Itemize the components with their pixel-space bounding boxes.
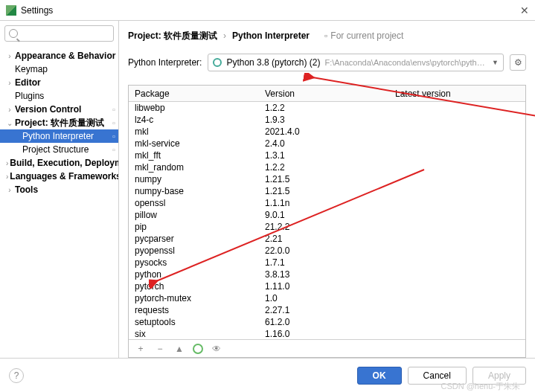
table-row[interactable]: pycparser2.21 bbox=[129, 233, 525, 245]
table-row[interactable]: requests2.27.1 bbox=[129, 304, 525, 316]
table-row[interactable]: pillow9.0.1 bbox=[129, 209, 525, 221]
cell-version: 21.2.2 bbox=[259, 221, 389, 233]
tree-project-structure[interactable]: Project Structure▫ bbox=[0, 143, 118, 156]
chevron-right-icon: › bbox=[6, 186, 13, 194]
cell-version: 2.21 bbox=[259, 233, 389, 245]
table-row[interactable]: pytorch-mutex1.0 bbox=[129, 292, 525, 304]
sidebar: ›Appearance & Behavior Keymap ›Editor Pl… bbox=[0, 21, 119, 358]
cell-package: numpy bbox=[129, 173, 259, 185]
gear-icon[interactable]: ⚙ bbox=[510, 54, 526, 71]
table-row[interactable]: six1.16.0 bbox=[129, 328, 525, 339]
settings-tree: ›Appearance & Behavior Keymap ›Editor Pl… bbox=[0, 46, 118, 358]
table-row[interactable]: lz4-c1.9.3 bbox=[129, 114, 525, 126]
table-row[interactable]: pytorch1.11.0 bbox=[129, 280, 525, 292]
package-table: Package Version Latest version libwebp1.… bbox=[128, 85, 526, 358]
cell-version: 3.8.13 bbox=[259, 269, 389, 280]
cell-package: mkl_fft bbox=[129, 150, 259, 161]
cell-latest bbox=[389, 257, 525, 269]
cell-latest bbox=[389, 280, 525, 292]
tree-editor[interactable]: ›Editor bbox=[0, 76, 118, 89]
scope-icon: ▫ bbox=[112, 132, 115, 141]
table-row[interactable]: libwebp1.2.2 bbox=[129, 102, 525, 114]
cell-latest bbox=[389, 150, 525, 161]
upgrade-button[interactable]: ▲ bbox=[173, 344, 185, 354]
table-row[interactable]: numpy-base1.21.5 bbox=[129, 185, 525, 197]
table-row[interactable]: pip21.2.2 bbox=[129, 221, 525, 233]
cell-version: 9.0.1 bbox=[259, 209, 389, 221]
cell-latest bbox=[389, 126, 525, 138]
show-early-releases-icon[interactable] bbox=[211, 344, 222, 354]
cell-latest bbox=[389, 221, 525, 233]
chevron-down-icon: ▼ bbox=[492, 59, 499, 66]
chevron-right-icon: › bbox=[6, 159, 8, 167]
table-header: Package Version Latest version bbox=[129, 86, 525, 102]
cell-latest bbox=[389, 292, 525, 304]
add-button[interactable]: + bbox=[135, 344, 147, 354]
search-input[interactable] bbox=[4, 25, 114, 42]
tree-keymap[interactable]: Keymap bbox=[0, 62, 118, 76]
cell-latest bbox=[389, 245, 525, 257]
chevron-right-icon: › bbox=[223, 30, 226, 41]
close-icon[interactable]: ✕ bbox=[520, 4, 529, 16]
col-package[interactable]: Package bbox=[129, 86, 259, 101]
cell-package: pycparser bbox=[129, 233, 259, 245]
cell-version: 1.1.1n bbox=[259, 197, 389, 209]
cell-package: mkl bbox=[129, 126, 259, 138]
content-pane: Project: 软件质量测试 › Python Interpreter ▫Fo… bbox=[119, 21, 535, 358]
table-row[interactable]: mkl_fft1.3.1 bbox=[129, 150, 525, 161]
tree-appearance[interactable]: ›Appearance & Behavior bbox=[0, 49, 118, 62]
conda-icon[interactable] bbox=[193, 344, 203, 354]
watermark: CSDN @henu-于朱朱 bbox=[441, 381, 520, 392]
cell-version: 1.0 bbox=[259, 292, 389, 304]
interpreter-path: F:\Anaconda\Anaconda\envs\pytorch\python… bbox=[324, 58, 487, 67]
table-toolbar: + − ▲ bbox=[129, 339, 525, 357]
table-row[interactable]: mkl2021.4.0 bbox=[129, 126, 525, 138]
crumb-project[interactable]: Project: 软件质量测试 bbox=[128, 30, 217, 42]
app-icon bbox=[6, 5, 16, 16]
cell-latest bbox=[389, 209, 525, 221]
table-row[interactable]: openssl1.1.1n bbox=[129, 197, 525, 209]
tree-project[interactable]: ⌄Project: 软件质量测试▫ bbox=[0, 116, 118, 129]
cell-package: setuptools bbox=[129, 316, 259, 328]
cell-latest bbox=[389, 173, 525, 185]
cell-version: 1.7.1 bbox=[259, 257, 389, 269]
tree-plugins[interactable]: Plugins bbox=[0, 89, 118, 103]
chevron-right-icon: › bbox=[6, 106, 13, 114]
tree-python-interpreter[interactable]: Python Interpreter▫ bbox=[0, 129, 118, 143]
tree-vcs[interactable]: ›Version Control▫ bbox=[0, 103, 118, 116]
cell-package: six bbox=[129, 328, 259, 339]
tree-build[interactable]: ›Build, Execution, Deployment bbox=[0, 156, 118, 170]
python-icon bbox=[213, 58, 222, 67]
cell-package: libwebp bbox=[129, 102, 259, 114]
table-row[interactable]: python3.8.13 bbox=[129, 269, 525, 280]
table-row[interactable]: setuptools61.2.0 bbox=[129, 316, 525, 328]
col-version[interactable]: Version bbox=[259, 86, 389, 101]
table-row[interactable]: mkl-service2.4.0 bbox=[129, 138, 525, 150]
cell-version: 1.3.1 bbox=[259, 150, 389, 161]
tree-tools[interactable]: ›Tools bbox=[0, 183, 118, 196]
interpreter-select[interactable]: Python 3.8 (pytorch) (2) F:\Anaconda\Ana… bbox=[208, 54, 504, 71]
ok-button[interactable]: OK bbox=[357, 367, 402, 385]
cell-latest bbox=[389, 233, 525, 245]
cell-latest bbox=[389, 185, 525, 197]
cell-package: python bbox=[129, 269, 259, 280]
crumb-page: Python Interpreter bbox=[232, 30, 310, 41]
tree-lang[interactable]: ›Languages & Frameworks▫ bbox=[0, 170, 118, 183]
table-row[interactable]: mkl_random1.2.2 bbox=[129, 161, 525, 173]
cell-package: mkl_random bbox=[129, 161, 259, 173]
table-row[interactable]: pyopenssl22.0.0 bbox=[129, 245, 525, 257]
col-latest[interactable]: Latest version bbox=[389, 86, 525, 101]
cell-latest bbox=[389, 161, 525, 173]
cell-version: 1.21.5 bbox=[259, 185, 389, 197]
help-button[interactable]: ? bbox=[9, 368, 24, 383]
cell-latest bbox=[389, 316, 525, 328]
remove-button[interactable]: − bbox=[154, 344, 166, 354]
cell-version: 1.21.5 bbox=[259, 173, 389, 185]
scope-icon: ▫ bbox=[112, 105, 115, 114]
table-row[interactable]: numpy1.21.5 bbox=[129, 173, 525, 185]
table-row[interactable]: pysocks1.7.1 bbox=[129, 257, 525, 269]
cell-version: 2.4.0 bbox=[259, 138, 389, 150]
cell-latest bbox=[389, 114, 525, 126]
cell-latest bbox=[389, 138, 525, 150]
cell-package: mkl-service bbox=[129, 138, 259, 150]
